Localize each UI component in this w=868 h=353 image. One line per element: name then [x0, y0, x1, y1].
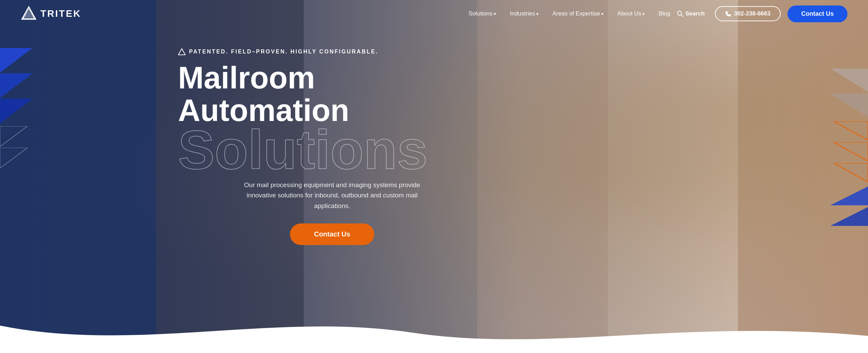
- left-arrow-outline-1: [0, 126, 33, 147]
- svg-marker-15: [830, 186, 868, 205]
- nav-item-about-us[interactable]: About Us: [617, 10, 645, 17]
- hero-content: PATENTED. FIELD–PROVEN. HIGHLY CONFIGURA…: [178, 48, 486, 245]
- logo-icon: [21, 5, 37, 22]
- phone-button[interactable]: 302-238-6663: [715, 6, 781, 21]
- right-arrow-gray-2: [830, 94, 868, 117]
- right-arrow-gray-1: [830, 69, 868, 92]
- search-icon: [677, 11, 683, 17]
- right-arrow-orange-3: [830, 163, 868, 182]
- svg-marker-12: [834, 121, 868, 140]
- svg-marker-17: [178, 49, 185, 55]
- left-arrow-outline-2: [0, 148, 33, 168]
- hero-description: Our mail processing equipment and imagin…: [243, 180, 421, 211]
- nav-item-solutions[interactable]: Solutions: [468, 10, 496, 17]
- logo-text: TRITEK: [40, 8, 81, 19]
- svg-marker-7: [0, 99, 33, 123]
- nav-item-areas-of-expertise[interactable]: Areas of Expertise: [552, 10, 604, 17]
- svg-marker-10: [830, 69, 868, 92]
- hero-main-title: Mailroom Automation: [178, 62, 486, 126]
- hero-contact-us-button[interactable]: Contact Us: [290, 223, 374, 245]
- svg-marker-14: [834, 163, 868, 182]
- svg-marker-1: [24, 10, 34, 18]
- svg-line-4: [681, 15, 683, 16]
- svg-marker-9: [0, 148, 27, 168]
- right-arrow-blue-2: [830, 207, 868, 226]
- left-arrow-1: [0, 48, 33, 73]
- right-arrow-blue-1: [830, 186, 868, 205]
- logo[interactable]: TRITEK: [21, 5, 81, 22]
- hero-wave: [0, 312, 868, 353]
- hero-outline-word: Solutions: [178, 126, 486, 173]
- nav-item-blog[interactable]: Blog: [658, 10, 670, 17]
- hero-triangle-icon: [178, 48, 186, 56]
- hero-subtitle: PATENTED. FIELD–PROVEN. HIGHLY CONFIGURA…: [178, 48, 486, 56]
- svg-marker-5: [0, 48, 33, 73]
- left-arrow-2: [0, 73, 33, 98]
- main-nav: Solutions Industries Areas of Expertise …: [468, 10, 670, 17]
- svg-marker-8: [0, 126, 27, 147]
- right-decorative-arrows: [830, 69, 868, 226]
- svg-marker-6: [0, 73, 33, 98]
- phone-icon: [725, 11, 731, 17]
- navbar: TRITEK Solutions Industries Areas of Exp…: [0, 0, 868, 27]
- contact-us-button[interactable]: Contact Us: [788, 5, 847, 22]
- svg-marker-16: [830, 207, 868, 226]
- right-arrow-orange-2: [830, 142, 868, 161]
- svg-marker-11: [830, 94, 868, 117]
- svg-marker-13: [834, 142, 868, 161]
- search-button[interactable]: Search: [677, 10, 705, 17]
- left-arrow-3: [0, 99, 33, 123]
- hero-section: TRITEK Solutions Industries Areas of Exp…: [0, 0, 868, 353]
- nav-item-industries[interactable]: Industries: [510, 10, 539, 17]
- left-decorative-arrows: [0, 48, 33, 168]
- right-arrow-orange-1: [830, 121, 868, 140]
